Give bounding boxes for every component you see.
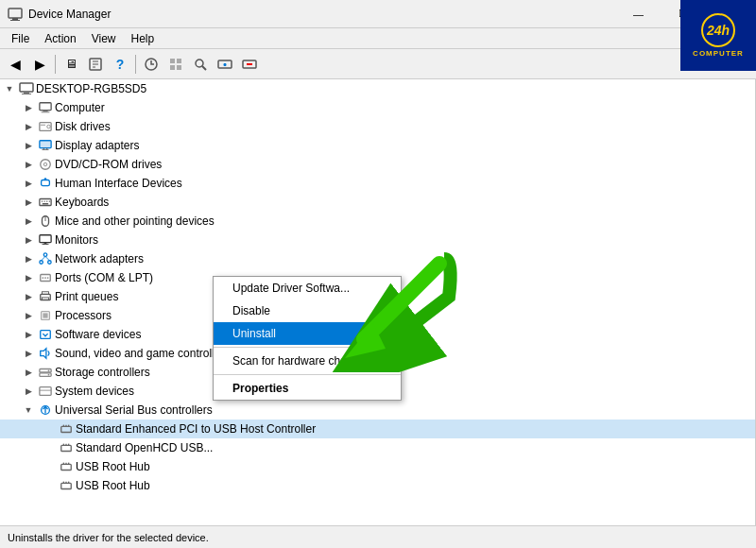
svg-rect-79 — [61, 464, 72, 470]
tree-item-display[interactable]: ▶ Display adapters — [0, 136, 755, 155]
tree-item-usb[interactable]: ▼ Universal Serial Bus controllers — [0, 401, 755, 420]
ports-label: Ports (COM & LPT) — [55, 271, 153, 284]
mice-label: Mice and other pointing devices — [55, 214, 215, 228]
expand-software[interactable]: ▶ — [21, 327, 36, 342]
tree-item-pci[interactable]: ▶ Standard Enhanced PCI to USB Host Cont… — [0, 420, 755, 438]
tree-root[interactable]: ▼ DESKTOP-RGB5SD5 — [0, 79, 755, 98]
storage-icon — [38, 365, 53, 380]
menu-action[interactable]: Action — [37, 30, 83, 47]
svg-line-51 — [42, 256, 45, 260]
expand-ports[interactable]: ▶ — [21, 270, 36, 285]
svg-point-67 — [48, 374, 50, 376]
expand-processors[interactable]: ▶ — [21, 308, 36, 323]
usb-hub-1-icon — [59, 459, 74, 474]
tree-item-openhcd[interactable]: ▶ Standard OpenHCD USB... — [0, 438, 755, 457]
svg-rect-20 — [24, 92, 29, 94]
toolbar-computer[interactable]: 🖥 — [60, 53, 82, 76]
expand-dvd[interactable]: ▶ — [21, 157, 36, 172]
context-sep-1 — [214, 347, 401, 348]
dvd-label: DVD/CD-ROM drives — [55, 158, 162, 171]
window-title: Device Manager — [28, 8, 617, 21]
pci-icon — [59, 421, 74, 437]
tree-item-disk[interactable]: ▶ Disk drives — [0, 117, 755, 136]
svg-rect-44 — [40, 235, 51, 243]
computer-icon — [19, 81, 34, 96]
expand-usb[interactable]: ▼ — [21, 402, 36, 418]
context-sep-2 — [214, 374, 401, 375]
context-uninstall[interactable]: Uninstall — [214, 322, 401, 345]
toolbar-scan[interactable] — [189, 53, 212, 76]
expand-sound[interactable]: ▶ — [21, 346, 36, 361]
expand-disk[interactable]: ▶ — [21, 119, 36, 134]
expand-system[interactable]: ▶ — [21, 384, 36, 399]
expand-network[interactable]: ▶ — [21, 251, 36, 266]
toolbar-add[interactable] — [214, 53, 236, 76]
logo-area: 24h COMPUTER — [680, 0, 756, 71]
processors-label: Processors — [55, 309, 112, 322]
network-label: Network adapters — [55, 252, 144, 265]
logo-text: 24h — [707, 23, 730, 38]
toolbar-help[interactable]: ? — [109, 53, 131, 76]
toolbar-back[interactable]: ◀ — [4, 53, 26, 76]
expand-display[interactable]: ▶ — [21, 138, 36, 153]
svg-rect-36 — [40, 199, 51, 206]
expand-keyboards[interactable]: ▶ — [21, 195, 36, 210]
usb-hub-2-icon — [59, 478, 74, 493]
menu-file[interactable]: File — [4, 30, 37, 47]
disk-label: Disk drives — [55, 120, 111, 133]
tree-item-usb-hub-1[interactable]: ▶ USB Root Hub — [0, 457, 755, 476]
svg-marker-63 — [41, 349, 46, 359]
svg-point-54 — [43, 277, 44, 279]
svg-rect-68 — [40, 387, 51, 396]
svg-rect-21 — [22, 94, 31, 94]
root-label: DESKTOP-RGB5SD5 — [36, 82, 146, 95]
dvd-icon — [38, 157, 53, 172]
toolbar-properties[interactable] — [84, 53, 107, 76]
svg-rect-1 — [12, 18, 18, 20]
disk-icon — [38, 119, 53, 134]
toolbar-resources[interactable] — [164, 53, 187, 76]
menu-view[interactable]: View — [84, 30, 124, 47]
computer-icon-sm — [38, 100, 53, 115]
toolbar-remove[interactable] — [238, 53, 261, 76]
monitors-label: Monitors — [55, 233, 98, 247]
context-scan[interactable]: Scan for hardware changes — [214, 350, 401, 372]
print-label: Print queues — [55, 290, 118, 303]
expand-print[interactable]: ▶ — [21, 289, 36, 304]
toolbar-forward[interactable]: ▶ — [28, 53, 51, 76]
usb-hub-2-label: USB Root Hub — [76, 479, 150, 492]
expand-computer[interactable]: ▶ — [21, 100, 36, 115]
software-icon — [38, 327, 53, 342]
tree-item-mice[interactable]: ▶ Mice and other pointing devices — [0, 212, 755, 231]
tree-item-usb-hub-2[interactable]: ▶ USB Root Hub — [0, 476, 755, 495]
minimize-button[interactable]: — — [617, 5, 660, 24]
menu-bar: File Action View Help — [0, 28, 756, 49]
svg-point-48 — [43, 253, 47, 257]
expand-mice[interactable]: ▶ — [21, 214, 36, 229]
expand-monitors[interactable]: ▶ — [21, 232, 36, 248]
tree-item-computer[interactable]: ▶ Computer — [0, 98, 755, 117]
expand-hid[interactable]: ▶ — [21, 176, 36, 191]
monitors-icon — [38, 232, 53, 248]
context-disable[interactable]: Disable — [214, 300, 401, 322]
title-bar: Device Manager — ☐ ✕ — [0, 0, 756, 28]
status-text: Uninstalls the driver for the selected d… — [8, 532, 209, 543]
expand-storage[interactable]: ▶ — [21, 365, 36, 380]
expand-root[interactable]: ▼ — [2, 81, 17, 96]
tree-item-monitors[interactable]: ▶ Monitors — [0, 231, 755, 249]
svg-rect-58 — [43, 292, 49, 295]
toolbar-update[interactable] — [140, 53, 163, 76]
context-properties[interactable]: Properties — [214, 377, 401, 400]
tree-item-keyboards[interactable]: ▶ Keyboards — [0, 193, 755, 212]
context-update-driver[interactable]: Update Driver Softwa... — [214, 277, 401, 300]
tree-item-hid[interactable]: ▶ Human Interface Devices — [0, 174, 755, 193]
storage-label: Storage controllers — [55, 366, 150, 379]
svg-point-26 — [47, 125, 51, 128]
usb-icon — [38, 402, 53, 418]
keyboards-label: Keyboards — [55, 196, 109, 209]
menu-help[interactable]: Help — [124, 30, 163, 47]
svg-rect-28 — [40, 141, 51, 148]
keyboard-icon — [38, 195, 53, 210]
tree-item-dvd[interactable]: ▶ DVD/CD-ROM drives — [0, 155, 755, 174]
tree-item-network[interactable]: ▶ Network adapters — [0, 249, 755, 268]
